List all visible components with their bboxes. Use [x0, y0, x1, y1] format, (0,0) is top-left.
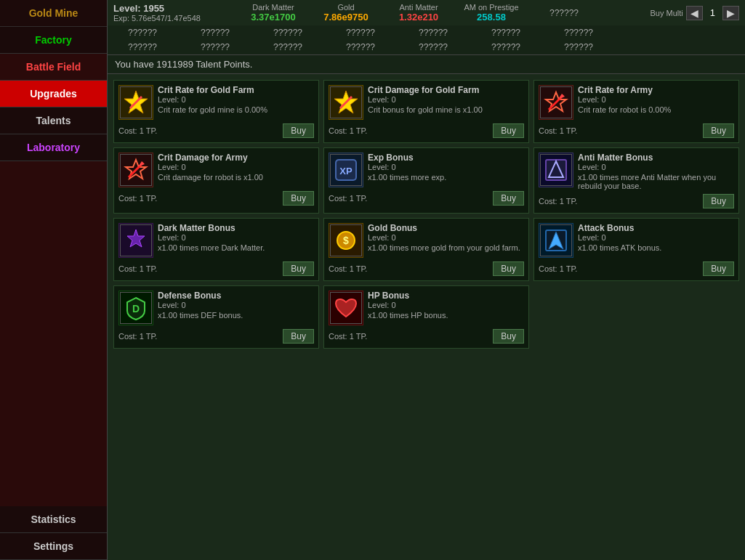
main-area: Level: 1955 Exp: 5.76e547/1.47e548 Dark … [108, 0, 745, 560]
card-cost: Cost: 1 TP. [118, 194, 157, 203]
card-icon-3 [118, 153, 153, 187]
dark-matter-label: Dark Matter [252, 3, 294, 12]
card-cost: Cost: 1 TP. [329, 126, 367, 135]
card-top: $ Gold Bonus Level: 0 x1.00 times more g… [329, 223, 524, 258]
card-bottom: Cost: 1 TP. Buy [329, 123, 524, 138]
card-desc: x1.00 times ATK bonus. [578, 243, 734, 252]
card-desc: x1.00 times more Anti Matter when you re… [578, 173, 734, 190]
card-info-0: Crit Rate for Gold Farm Level: 0 Crit ra… [158, 85, 314, 114]
card-desc: Crit rate for gold mine is 0.00% [158, 105, 314, 114]
card-bottom: Cost: 1 TP. Buy [539, 123, 734, 138]
card-top: Crit Damage for Gold Farm Level: 0 Crit … [329, 85, 524, 120]
svg-text:$: $ [343, 235, 349, 246]
sidebar-item-gold-mine[interactable]: Gold Mine [0, 0, 107, 27]
card-desc: x1.00 times HP bonus. [368, 311, 524, 320]
card-buy-button[interactable]: Buy [703, 123, 734, 138]
talent-points-text: You have 1911989 Talent Points. [115, 59, 252, 70]
sidebar-item-settings[interactable]: Settings [0, 533, 107, 560]
anti-matter-label: Anti Matter [399, 3, 438, 12]
header-r2-c7: ?????? [549, 28, 608, 38]
header-r2-c5: ?????? [404, 28, 462, 38]
cards-grid: Crit Rate for Gold Farm Level: 0 Crit ra… [108, 74, 745, 560]
buy-multi-label: Buy Multi [651, 9, 683, 17]
card-bottom: Cost: 1 TP. Buy [329, 261, 524, 276]
card-cost: Cost: 1 TP. [539, 126, 577, 135]
card-name: Crit Rate for Gold Farm [158, 85, 314, 95]
card-buy-button[interactable]: Buy [703, 194, 734, 208]
header-r3-c2: ?????? [186, 42, 244, 52]
sidebar-item-laboratory[interactable]: Laboratory [0, 134, 107, 161]
buy-multi-prev[interactable]: ◀ [686, 6, 703, 20]
header: Level: 1955 Exp: 5.76e547/1.47e548 Dark … [108, 0, 745, 55]
card-icon-1 [329, 85, 363, 120]
gold-label: Gold [337, 3, 354, 12]
buy-multi-section: Buy Multi ◀ 1 ▶ [651, 6, 739, 20]
card-buy-button[interactable]: Buy [283, 261, 314, 276]
sidebar-item-upgrades[interactable]: Upgrades [0, 81, 107, 107]
level-section: Level: 1955 Exp: 5.76e547/1.47e548 [113, 3, 230, 23]
card-info-6: Dark Matter Bonus Level: 0 x1.00 times m… [158, 223, 314, 252]
card-bottom: Cost: 1 TP. Buy [118, 329, 314, 344]
card-buy-button[interactable]: Buy [703, 261, 734, 276]
card-level: Level: 0 [578, 233, 734, 242]
card-buy-button[interactable]: Buy [493, 329, 524, 344]
card-info-2: Crit Rate for Army Level: 0 Crit rate fo… [578, 85, 734, 114]
card-info-3: Crit Damage for Army Level: 0 Crit damag… [158, 153, 314, 182]
card-bottom: Cost: 1 TP. Buy [539, 261, 734, 276]
header-r2-c1: ?????? [113, 28, 172, 38]
card-info-5: Anti Matter Bonus Level: 0 x1.00 times m… [578, 153, 734, 190]
card-desc: x1.00 times more gold from your gold far… [368, 243, 524, 252]
talent-card: D Defense Bonus Level: 0 x1.00 times DEF… [113, 285, 319, 349]
talent-card: HP Bonus Level: 0 x1.00 times HP bonus. … [323, 285, 529, 349]
unknown1-cell: ?????? [535, 8, 593, 18]
sidebar-item-battle-field[interactable]: Battle Field [0, 54, 107, 81]
buy-multi-next[interactable]: ▶ [722, 6, 739, 20]
card-top: Anti Matter Bonus Level: 0 x1.00 times m… [539, 153, 734, 190]
card-buy-button[interactable]: Buy [283, 329, 314, 344]
sidebar-item-statistics[interactable]: Statistics [0, 506, 107, 533]
card-icon-5 [539, 153, 573, 187]
card-icon-10 [329, 291, 363, 325]
card-info-1: Crit Damage for Gold Farm Level: 0 Crit … [368, 85, 524, 114]
card-level: Level: 0 [578, 95, 734, 104]
card-buy-button[interactable]: Buy [493, 261, 524, 276]
talent-card: Crit Damage for Army Level: 0 Crit damag… [113, 147, 319, 214]
card-bottom: Cost: 1 TP. Buy [118, 191, 314, 206]
card-level: Level: 0 [368, 95, 524, 104]
card-buy-button[interactable]: Buy [493, 191, 524, 206]
card-level: Level: 0 [368, 233, 524, 242]
card-name: Crit Damage for Army [158, 153, 314, 163]
talent-card: $ Gold Bonus Level: 0 x1.00 times more g… [323, 218, 529, 281]
svg-text:XP: XP [339, 166, 353, 176]
card-buy-button[interactable]: Buy [283, 191, 314, 206]
card-top: Crit Rate for Gold Farm Level: 0 Crit ra… [118, 85, 314, 120]
card-name: Gold Bonus [368, 223, 524, 233]
card-bottom: Cost: 1 TP. Buy [118, 123, 314, 138]
talent-card: Anti Matter Bonus Level: 0 x1.00 times m… [533, 147, 739, 214]
card-icon-0 [118, 85, 153, 120]
card-name: Defense Bonus [158, 291, 314, 301]
card-cost: Cost: 1 TP. [118, 264, 157, 273]
talent-card: XP Exp Bonus Level: 0 x1.00 times more e… [323, 147, 529, 214]
header-row3: ?????? ?????? ?????? ?????? ?????? ?????… [108, 40, 745, 54]
sidebar-item-factory[interactable]: Factory [0, 27, 107, 54]
card-desc: x1.00 times more exp. [368, 173, 524, 182]
header-r2-c4: ?????? [331, 28, 390, 38]
card-top: Dark Matter Bonus Level: 0 x1.00 times m… [118, 223, 314, 258]
card-desc: x1.00 times more Dark Matter. [158, 243, 314, 252]
sidebar-spacer [0, 161, 107, 506]
card-desc: x1.00 times DEF bonus. [158, 311, 314, 320]
card-level: Level: 0 [158, 301, 314, 309]
buy-multi-value: 1 [706, 7, 720, 18]
card-buy-button[interactable]: Buy [283, 123, 314, 138]
am-prestige-label: AM on Prestige [464, 3, 518, 12]
header-r2-c3: ?????? [259, 28, 317, 38]
card-buy-button[interactable]: Buy [493, 123, 524, 138]
card-level: Level: 0 [578, 163, 734, 171]
sidebar-item-talents[interactable]: Talents [0, 107, 107, 134]
card-level: Level: 0 [368, 163, 524, 171]
card-info-10: HP Bonus Level: 0 x1.00 times HP bonus. [368, 291, 524, 320]
talent-card: Crit Damage for Gold Farm Level: 0 Crit … [323, 80, 529, 143]
card-icon-4: XP [329, 153, 363, 187]
header-row1: Level: 1955 Exp: 5.76e547/1.47e548 Dark … [108, 0, 745, 25]
